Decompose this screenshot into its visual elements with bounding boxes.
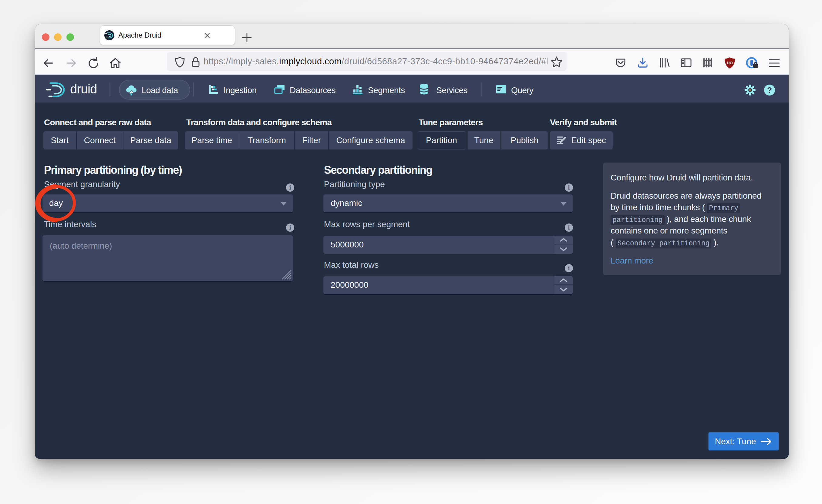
svg-text:UO: UO bbox=[727, 61, 733, 65]
